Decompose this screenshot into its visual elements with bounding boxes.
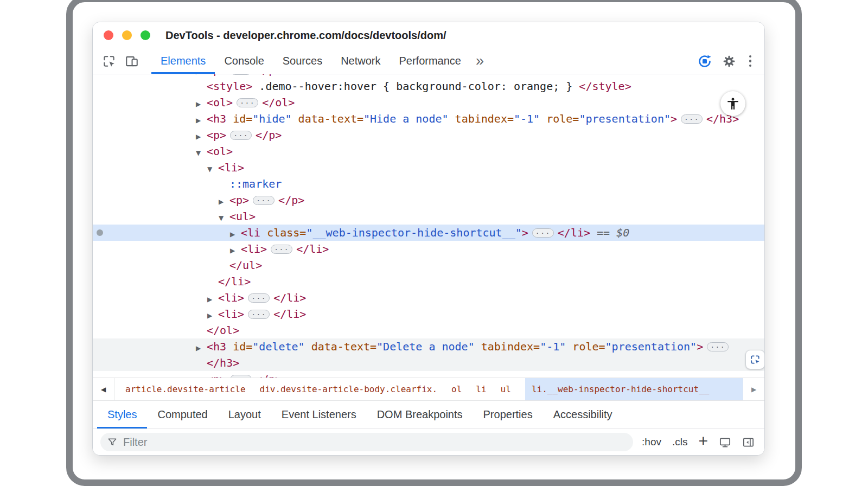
styles-filter-input[interactable] (122, 436, 627, 449)
toggle-sidebar-button[interactable] (742, 436, 755, 449)
disclosure-triangle-icon[interactable]: ▶ (196, 112, 207, 129)
disclosure-triangle-icon[interactable]: ▼ (207, 161, 218, 177)
sync-button[interactable] (697, 54, 712, 69)
dom-tree-row[interactable]: <style> .demo--hover:hover { background-… (93, 78, 764, 94)
breadcrumb-item[interactable]: article.devsite-article (125, 378, 246, 400)
accessibility-button[interactable] (720, 91, 745, 116)
breadcrumb-item[interactable]: li (476, 378, 486, 400)
expand-node-button[interactable]: ··· (532, 228, 554, 238)
code-token-tag: </li> (296, 242, 329, 255)
styles-toolbar: :hov .cls + (93, 428, 764, 455)
breadcrumb-item[interactable]: li.__web-inspector-hide-shortcut__ (525, 378, 743, 400)
breadcrumb-item[interactable]: ol (451, 378, 462, 400)
expand-node-button[interactable]: ··· (271, 245, 292, 254)
tab-performance[interactable]: Performance (390, 48, 471, 74)
dom-tree-row[interactable]: ▶<p>···</p> (93, 74, 764, 78)
dom-tree-row[interactable]: </li> (93, 273, 764, 290)
code-token-attr: data-text= (292, 112, 363, 125)
sidebar-tab-dom-breakpoints[interactable]: DOM Breakpoints (367, 401, 473, 428)
close-button[interactable] (104, 30, 113, 40)
dom-tree-row[interactable]: ▶<h3 id="hide" data-text="Hide a node" t… (93, 111, 764, 127)
new-style-rule-button[interactable]: + (698, 433, 708, 449)
dom-tree-row[interactable]: ▶<p>···</p> (93, 192, 764, 208)
dom-tree-row[interactable]: ▼<ul> (93, 208, 764, 225)
code-token-tag: > (522, 226, 528, 239)
dom-tree-row[interactable]: </h3> (93, 355, 764, 371)
code-token-attr: data-text= (305, 340, 376, 353)
elements-tree: ▶<p>···</p><style> .demo--hover:hover { … (93, 74, 764, 378)
code-token-tag: <p> (229, 194, 249, 207)
breadcrumb-item[interactable]: ul (501, 378, 511, 400)
inspect-button[interactable] (99, 48, 119, 74)
more-options-button[interactable] (746, 55, 755, 67)
disclosure-triangle-icon[interactable]: ▶ (207, 308, 218, 324)
inspect-icon (102, 54, 116, 68)
rendering-emulation-button[interactable] (719, 436, 731, 449)
disclosure-triangle-icon[interactable]: ▶ (196, 373, 207, 378)
dom-tree-row[interactable]: </ol> (93, 322, 764, 338)
dom-tree-row[interactable]: ::marker (93, 176, 764, 192)
inspect-cursor-icon (750, 354, 761, 365)
toggle-element-state-button[interactable]: :hov (642, 436, 661, 448)
sidebar-tab-properties[interactable]: Properties (473, 401, 543, 428)
expand-node-button[interactable]: ··· (230, 131, 252, 140)
disclosure-triangle-icon[interactable]: ▶ (230, 242, 241, 259)
sidebar-tab-event-listeners[interactable]: Event Listeners (271, 401, 367, 428)
disclosure-triangle-icon[interactable]: ▶ (207, 291, 218, 308)
disclosure-triangle-icon[interactable]: ▼ (219, 210, 229, 226)
filter-input-wrapper (100, 433, 633, 451)
zoom-button[interactable] (141, 30, 150, 40)
expand-node-button[interactable]: ··· (248, 293, 270, 303)
sidebar-tab-computed[interactable]: Computed (147, 401, 218, 428)
dom-tree-row[interactable]: ▶<li>···</li> (93, 306, 764, 322)
crumb-scroll-left-button[interactable]: ◀ (93, 378, 114, 400)
expand-node-button[interactable]: ··· (237, 98, 258, 107)
expand-node-button[interactable]: ··· (230, 74, 252, 75)
dom-tree-row[interactable]: ▶<p>···</p> (93, 371, 764, 378)
dom-tree-row[interactable]: ▼<li> (93, 159, 764, 176)
disclosure-triangle-icon[interactable]: ▶ (196, 340, 207, 356)
inspect-element-button[interactable] (745, 350, 765, 369)
code-token-val: "presentation" (579, 112, 671, 125)
crumb-scroll-right-button[interactable]: ▶ (743, 378, 764, 400)
code-token-tag: <h3 (207, 340, 226, 353)
code-token-tag: </li> (273, 291, 306, 304)
tab-network[interactable]: Network (331, 48, 390, 74)
dom-tree-row[interactable]: ▼<ol> (93, 143, 764, 159)
expand-node-button[interactable]: ··· (230, 375, 252, 378)
tab-elements[interactable]: Elements (151, 48, 215, 74)
disclosure-triangle-icon[interactable]: ▼ (196, 145, 207, 161)
code-token-tag: </p> (278, 194, 304, 207)
dom-tree-row[interactable]: </ul> (93, 257, 764, 273)
disclosure-triangle-icon[interactable]: ▶ (219, 194, 229, 210)
code-token-val: "hide" (252, 112, 291, 125)
device-toolbar-button[interactable] (122, 48, 142, 74)
expand-node-button[interactable]: ··· (707, 342, 729, 351)
dom-tree-row[interactable]: ▶<li>···</li> (93, 241, 764, 257)
expand-node-button[interactable]: ··· (681, 114, 703, 124)
disclosure-triangle-icon[interactable]: ▶ (196, 129, 207, 145)
toolbar-right-controls (697, 48, 765, 74)
sidebar-tab-accessibility[interactable]: Accessibility (543, 401, 623, 428)
code-token-tag: <li> (218, 161, 244, 174)
sidebar-tab-layout[interactable]: Layout (218, 401, 271, 428)
dom-tree-row[interactable]: ▶<li class="__web-inspector-hide-shortcu… (93, 225, 764, 241)
window-title-bar: DevTools - developer.chrome.com/docs/dev… (93, 22, 764, 48)
tab-console[interactable]: Console (215, 48, 273, 74)
disclosure-triangle-icon[interactable]: ▶ (230, 226, 241, 242)
more-tabs-button[interactable]: » (470, 48, 488, 74)
disclosure-triangle-icon[interactable]: ▶ (196, 96, 207, 112)
breadcrumb-item[interactable]: div.devsite-article-body.clearfix. (260, 378, 438, 400)
minimize-button[interactable] (122, 30, 132, 40)
expand-node-button[interactable]: ··· (248, 310, 270, 319)
dom-tree-row[interactable]: ▶<li>···</li> (93, 290, 764, 306)
expand-node-button[interactable]: ··· (253, 196, 275, 205)
toggle-classes-button[interactable]: .cls (672, 436, 688, 448)
code-token-attr: tabindex= (449, 112, 514, 125)
sidebar-tab-styles[interactable]: Styles (97, 401, 147, 428)
dom-tree-row[interactable]: ▶<p>···</p> (93, 127, 764, 143)
dom-tree-row[interactable]: ▶<h3 id="delete" data-text="Delete a nod… (93, 338, 764, 355)
dom-tree-row[interactable]: ▶<ol>···</ol> (93, 94, 764, 111)
settings-button[interactable] (722, 54, 736, 68)
tab-sources[interactable]: Sources (273, 48, 331, 74)
